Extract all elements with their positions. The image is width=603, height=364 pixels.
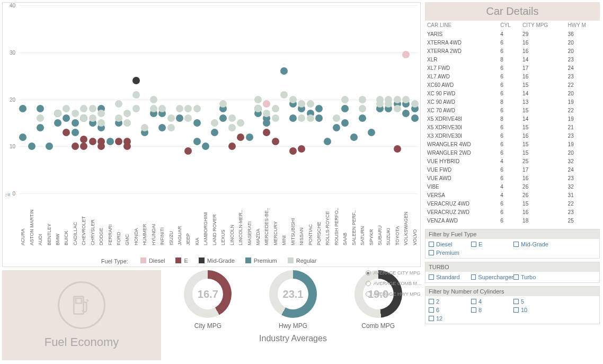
data-point[interactable] <box>37 124 44 131</box>
column-header[interactable]: CITY MPG <box>520 21 566 30</box>
filter-option[interactable]: 10 <box>513 307 556 313</box>
data-point[interactable] <box>341 105 349 112</box>
table-row[interactable]: XC 90 AWD81319 <box>425 97 600 106</box>
data-point[interactable] <box>115 100 122 108</box>
data-point[interactable] <box>402 51 410 58</box>
data-point[interactable] <box>298 145 305 153</box>
table-row[interactable]: VUE HYBRID42532 <box>425 157 600 165</box>
data-point[interactable] <box>315 105 323 112</box>
scatter-chart[interactable]: 010203040 ACURAASTON MARTINAUDIBENTLEYBM… <box>2 2 421 267</box>
filter-option[interactable]: 2 <box>429 298 471 305</box>
data-point[interactable] <box>167 124 175 131</box>
table-row[interactable]: X3 XDRIVE30I61623 <box>425 131 600 140</box>
data-point[interactable] <box>89 105 96 112</box>
table-row[interactable]: X5 XDRIVE30I61521 <box>425 123 600 131</box>
table-row[interactable]: VERSA42631 <box>425 191 600 199</box>
table-row[interactable]: VERACRUZ 2WD61623 <box>425 208 600 216</box>
data-point[interactable] <box>19 134 26 141</box>
table-row[interactable]: WRANGLER 4WD61519 <box>425 140 600 148</box>
data-point[interactable] <box>193 138 201 145</box>
data-point[interactable] <box>72 143 79 150</box>
data-point[interactable] <box>219 114 227 122</box>
filter-option[interactable]: 5 <box>513 298 556 305</box>
data-point[interactable] <box>333 124 340 131</box>
data-point[interactable] <box>402 110 410 117</box>
data-point[interactable] <box>315 114 323 122</box>
filter-option[interactable]: 8 <box>471 307 513 313</box>
data-point[interactable] <box>211 129 218 136</box>
data-point[interactable] <box>63 105 70 112</box>
data-point[interactable] <box>167 114 175 122</box>
table-row[interactable]: XL7 AWD61623 <box>425 72 600 81</box>
data-point[interactable] <box>307 100 314 108</box>
table-row[interactable]: XLR81423 <box>425 55 600 64</box>
data-point[interactable] <box>115 114 122 122</box>
data-point[interactable] <box>107 138 114 145</box>
table-row[interactable]: XTERRA 2WD61620 <box>425 47 600 55</box>
data-point[interactable] <box>132 91 140 99</box>
table-row[interactable]: XC 90 FWD61420 <box>425 89 600 97</box>
data-point[interactable] <box>289 114 297 122</box>
data-point[interactable] <box>158 105 166 112</box>
filter-option[interactable]: 6 <box>429 307 471 313</box>
data-point[interactable] <box>202 143 209 150</box>
data-point[interactable] <box>246 134 253 141</box>
data-point[interactable] <box>272 114 279 122</box>
data-point[interactable] <box>289 96 297 103</box>
data-point[interactable] <box>123 110 131 117</box>
filter-option[interactable]: Mid-Grade <box>513 241 556 247</box>
data-point[interactable] <box>402 96 410 103</box>
table-row[interactable]: VIBE42632 <box>425 182 600 191</box>
data-point[interactable] <box>350 134 358 141</box>
data-point[interactable] <box>272 105 279 112</box>
data-point[interactable] <box>263 129 270 136</box>
data-point[interactable] <box>228 124 236 131</box>
data-point[interactable] <box>219 100 227 108</box>
metric-radio[interactable]: AVERAGE CITY MPG <box>366 270 422 276</box>
column-header[interactable]: HWY M <box>566 21 600 30</box>
filter-option[interactable]: Turbo <box>513 274 556 280</box>
data-point[interactable] <box>333 114 340 122</box>
data-point[interactable] <box>324 138 331 145</box>
data-point[interactable] <box>80 105 87 112</box>
table-row[interactable]: XL7 FWD61724 <box>425 64 600 72</box>
filter-option[interactable]: Diesel <box>429 241 471 247</box>
data-point[interactable] <box>141 124 148 131</box>
data-point[interactable] <box>80 114 87 122</box>
data-point[interactable] <box>237 119 244 127</box>
data-point[interactable] <box>72 110 79 117</box>
data-point[interactable] <box>115 138 122 145</box>
data-point[interactable] <box>80 136 87 143</box>
data-point[interactable] <box>72 119 79 127</box>
table-row[interactable]: VUE FWD61724 <box>425 165 600 174</box>
legend-item[interactable]: Regular <box>288 258 317 264</box>
data-point[interactable] <box>89 114 96 122</box>
table-row[interactable]: VENZA AWD61825 <box>425 216 600 225</box>
data-point[interactable] <box>150 96 157 103</box>
table-row[interactable]: WRANGLER 2WD61520 <box>425 148 600 157</box>
data-point[interactable] <box>307 114 314 122</box>
data-point[interactable] <box>211 119 218 127</box>
data-point[interactable] <box>411 100 419 108</box>
filter-option[interactable]: Standard <box>429 274 471 280</box>
data-point[interactable] <box>298 114 305 122</box>
data-point[interactable] <box>158 124 166 131</box>
data-point[interactable] <box>376 100 384 108</box>
legend-item[interactable]: Mid-Grade <box>199 258 235 264</box>
table-row[interactable]: YARIS42936 <box>425 30 600 38</box>
legend-item[interactable]: Diesel <box>140 258 165 264</box>
column-header[interactable]: CAR LINE <box>425 21 498 30</box>
data-point[interactable] <box>263 110 270 117</box>
data-point[interactable] <box>132 77 140 84</box>
data-point[interactable] <box>97 119 105 127</box>
data-point[interactable] <box>184 114 192 122</box>
data-point[interactable] <box>368 129 375 136</box>
legend-item[interactable]: Premium <box>245 258 277 264</box>
data-point[interactable] <box>359 96 366 103</box>
data-point[interactable] <box>97 110 105 117</box>
filter-option[interactable]: E <box>471 241 513 247</box>
table-row[interactable]: XTERRA 4WD61620 <box>425 38 600 47</box>
axis-sort-icon[interactable]: ↕≡ <box>5 192 11 198</box>
filter-option[interactable]: 12 <box>429 315 471 322</box>
data-point[interactable] <box>184 105 192 112</box>
